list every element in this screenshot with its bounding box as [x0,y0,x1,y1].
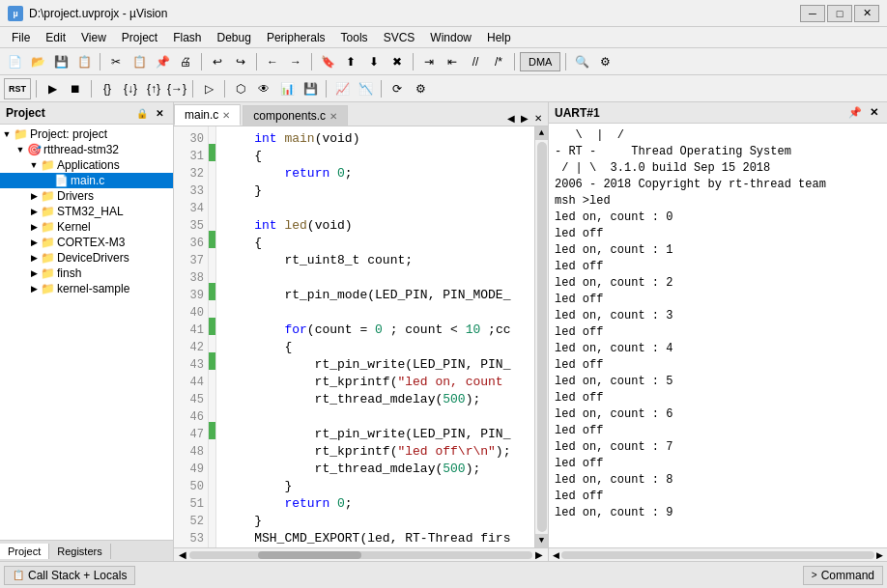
tab-registers[interactable]: Registers [49,544,110,559]
tab-main-c-close[interactable]: ✕ [222,110,230,121]
tree-item-finsh[interactable]: ▶ 📁 finsh [0,266,173,281]
menu-item-peripherals[interactable]: Peripherals [259,29,333,46]
menu-item-tools[interactable]: Tools [333,29,376,46]
memory-btn[interactable]: 💾 [300,78,321,99]
menu-item-file[interactable]: File [4,29,38,46]
step-out-btn[interactable]: {↑} [143,78,164,99]
forward-btn[interactable]: → [285,51,306,72]
uart-hscroll-left[interactable]: ◀ [553,550,559,560]
rst-btn[interactable]: RST [4,78,31,99]
tree-item-root[interactable]: ▼ 📁 Project: project [0,126,173,142]
menu-item-project[interactable]: Project [114,29,165,46]
open-btn[interactable]: 📂 [27,51,48,72]
tree-item-main-c[interactable]: 📄 main.c [0,173,173,188]
save-all-btn[interactable]: 📋 [73,51,95,72]
tab-right-arrow[interactable]: ▶ [519,111,530,126]
paste-btn[interactable]: 📌 [152,51,173,72]
run-to-cursor-btn[interactable]: {→} [166,78,187,99]
uart-close-btn[interactable]: ✕ [867,105,881,120]
ln-47: 47 [174,426,208,443]
tab-components-c-close[interactable]: ✕ [329,111,337,122]
code-content[interactable]: int main(void) { return 0; } int led(voi… [216,126,534,547]
tree-item-kernel-sample[interactable]: ▶ 📁 kernel-sample [0,281,173,296]
print-btn[interactable]: 🖨 [175,51,196,72]
undo-btn[interactable]: ↩ [207,51,228,72]
tree-item-kernel[interactable]: ▶ 📁 Kernel [0,219,173,235]
tree-item-drivers[interactable]: ▶ 📁 Drivers [0,188,173,204]
outdent-btn[interactable]: ⇤ [442,51,463,72]
menu-item-svcs[interactable]: SVCS [376,29,423,46]
uncomment-btn[interactable]: /* [488,51,509,72]
indent-btn[interactable]: ⇥ [418,51,440,72]
tab-close-all[interactable]: ✕ [532,111,544,126]
back-btn[interactable]: ← [262,51,283,72]
perf-btn[interactable]: 📈 [331,78,353,99]
mk-51 [209,491,215,509]
clear-bookmark-btn[interactable]: ✖ [386,51,408,72]
tab-main-c[interactable]: main.c ✕ [174,104,241,126]
trace-btn[interactable]: ⟳ [386,78,408,99]
tab-left-arrow[interactable]: ◀ [505,111,517,126]
project-close-btn[interactable]: ✕ [152,105,167,121]
tree-item-applications[interactable]: ▼ 📁 Applications [0,157,173,173]
redo-btn[interactable]: ↪ [230,51,251,72]
step-in-btn[interactable]: {} [97,78,118,99]
ln-31: 31 [174,148,208,165]
project-lock-btn[interactable]: 🔒 [134,105,150,121]
maximize-button[interactable]: □ [827,5,852,22]
tab-callstack-locals[interactable]: 📋 Call Stack + Locals [4,566,135,585]
uart-hscroll-right[interactable]: ▶ [876,550,883,560]
insert-bp-btn[interactable]: ▷ [198,78,219,99]
next-bookmark-btn[interactable]: ⬇ [363,51,385,72]
uart-hscrollbar[interactable]: ◀ ▶ [549,547,887,561]
menu-item-window[interactable]: Window [422,29,479,46]
cut-btn[interactable]: ✂ [105,51,127,72]
mk-39 [209,283,215,300]
watch-btn[interactable]: 👁 [253,78,274,99]
vscroll-down[interactable]: ▼ [535,534,549,547]
copy-btn[interactable]: 📋 [129,51,150,72]
editor-vscrollbar[interactable]: ▲ ▼ [534,126,548,547]
hscroll-left[interactable]: ◀ [176,549,189,560]
vscroll-thumb[interactable] [537,142,547,532]
menu-item-flash[interactable]: Flash [165,29,209,46]
dma-button[interactable]: DMA [520,52,560,71]
hscroll-thumb[interactable] [258,551,361,559]
menu-item-view[interactable]: View [73,29,114,46]
tree-item-devicedrivers[interactable]: ▶ 📁 DeviceDrivers [0,250,173,266]
bookmark-btn[interactable]: 🔖 [317,51,338,72]
uart-pin-btn[interactable]: 📌 [845,105,865,120]
save-btn[interactable]: 💾 [50,51,72,72]
stop-btn[interactable]: ⏹ [65,78,86,99]
tree-item-stm32hal[interactable]: ▶ 📁 STM32_HAL [0,204,173,219]
settings-btn[interactable]: ⚙ [594,51,615,72]
tab-command[interactable]: > Command [803,566,883,585]
vscroll-up[interactable]: ▲ [535,126,549,140]
tree-item-target[interactable]: ▼ 🎯 rtthread-stm32 [0,142,173,157]
minimize-button[interactable]: ─ [800,5,825,22]
menu-item-debug[interactable]: Debug [210,29,259,46]
run-btn[interactable]: ▶ [42,78,63,99]
step-over-btn[interactable]: {↓} [120,78,141,99]
search-btn[interactable]: 🔍 [571,51,592,72]
uart-hscroll-track[interactable] [561,551,874,559]
new-btn[interactable]: 📄 [4,51,25,72]
disasm-btn[interactable]: ⬡ [230,78,251,99]
logic-btn[interactable]: 📉 [355,78,376,99]
close-button[interactable]: ✕ [854,5,879,22]
editor-hscrollbar[interactable]: ◀ ▶ [174,547,548,561]
config-btn[interactable]: ⚙ [410,78,431,99]
hscroll-track[interactable] [189,551,532,559]
menu-item-help[interactable]: Help [479,29,519,46]
locals-btn[interactable]: 📊 [276,78,298,99]
hscroll-right[interactable]: ▶ [532,549,546,560]
menu-item-edit[interactable]: Edit [38,29,73,46]
prev-bookmark-btn[interactable]: ⬆ [340,51,361,72]
tab-project[interactable]: Project [0,544,49,559]
sep5 [413,53,414,70]
tree-label-drivers: Drivers [57,189,94,203]
tree-item-cortexm3[interactable]: ▶ 📁 CORTEX-M3 [0,235,173,250]
tab-components-c[interactable]: components.c ✕ [243,105,348,126]
comment-btn[interactable]: // [465,51,486,72]
mk-53 [209,526,215,544]
